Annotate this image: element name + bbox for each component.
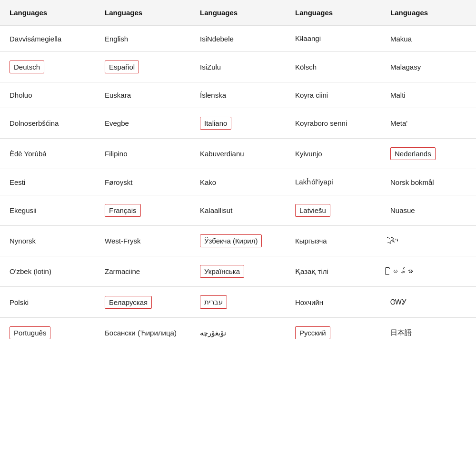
cell-1-0[interactable]: Deutsch <box>0 52 95 82</box>
language-name: Eesti <box>10 178 25 186</box>
header-col-3: Languages <box>286 0 381 25</box>
language-name: Íslenska <box>200 91 226 99</box>
cell-2-3: Koyra ciini <box>286 82 381 108</box>
language-name: ᏣᎳᎩ <box>390 298 407 306</box>
language-name: Koyraboro senni <box>295 119 347 127</box>
language-name: IsiNdebele <box>200 35 234 43</box>
table-row: DholuoEuskaraÍslenskaKoyra ciiniMalti <box>0 82 476 108</box>
language-name: ཤྲེསྣི <box>390 237 398 245</box>
cell-3-2[interactable]: Italiano <box>190 108 286 138</box>
cell-1-4: Malagasy <box>381 52 476 82</box>
language-name: نۆيغۆرچە <box>200 329 226 337</box>
language-name: Meta' <box>390 119 407 127</box>
cell-9-1[interactable]: Беларуская <box>95 287 190 317</box>
cell-2-0: Dholuo <box>0 82 95 108</box>
cell-4-4[interactable]: Nederlands <box>381 139 476 169</box>
cell-6-4: Nuasue <box>381 195 476 225</box>
cell-5-1: Føroyskt <box>95 169 190 195</box>
cell-3-3: Koyraboro senni <box>286 108 381 138</box>
cell-10-4: 日本語 <box>381 318 476 348</box>
cell-2-4: Malti <box>381 82 476 108</box>
table-body: DavvisámegiellaEnglishIsiNdebeleKɨlaangi… <box>0 26 476 348</box>
boxed-language[interactable]: Español <box>105 61 139 73</box>
cell-10-2: نۆيغۆرچە <box>190 318 286 348</box>
language-name: Қазақ тілі <box>295 267 328 276</box>
language-name: Davvisámegiella <box>10 35 61 43</box>
cell-0-4: Makua <box>381 26 476 51</box>
cell-1-2: IsiZulu <box>190 52 286 82</box>
language-name: Ekegusii <box>10 206 37 214</box>
cell-10-0[interactable]: Português <box>0 318 95 348</box>
cell-4-2: Kabuverdianu <box>190 139 286 169</box>
table-row: Èdè YorùbáFilipinoKabuverdianuKyivunjoNe… <box>0 139 476 169</box>
language-name: Malti <box>390 91 406 99</box>
language-name: Malagasy <box>390 63 421 71</box>
language-name: Kalaallisut <box>200 206 232 214</box>
language-name: Norsk bokmål <box>390 178 434 186</box>
language-name: Føroyskt <box>105 178 132 186</box>
boxed-language[interactable]: Italiano <box>200 117 231 130</box>
cell-5-0: Eesti <box>0 169 95 195</box>
cell-5-3: Lakȟól'iyapi <box>286 169 381 195</box>
boxed-language[interactable]: Українська <box>200 265 244 278</box>
cell-7-3: Кыргызча <box>286 226 381 256</box>
cell-5-4: Norsk bokmål <box>381 169 476 195</box>
cell-0-3: Kɨlaangi <box>286 26 381 51</box>
cell-3-4: Meta' <box>381 108 476 138</box>
cell-5-2: Kako <box>190 169 286 195</box>
boxed-language[interactable]: Ўзбекча (Кирил) <box>200 234 262 247</box>
table-row: EkegusiiFrançaisKalaallisutLatviešuNuasu… <box>0 195 476 226</box>
language-name: Kako <box>200 178 216 186</box>
language-name: Koyra ciini <box>295 91 328 99</box>
language-name: Dholuo <box>10 91 32 99</box>
cell-2-1: Euskara <box>95 82 190 108</box>
cell-6-1[interactable]: Français <box>95 195 190 225</box>
language-name: 日本語 <box>390 328 412 337</box>
languages-table: LanguagesLanguagesLanguagesLanguagesLang… <box>0 0 476 348</box>
cell-0-1: English <box>95 26 190 51</box>
cell-0-2: IsiNdebele <box>190 26 286 51</box>
language-name: Èdè Yorùbá <box>10 150 47 158</box>
boxed-language[interactable]: Latviešu <box>295 204 330 217</box>
language-name: Evegbe <box>105 119 129 127</box>
language-name: Dolnoserbšćina <box>10 119 59 127</box>
boxed-language[interactable]: Deutsch <box>10 61 44 73</box>
cell-9-2[interactable]: עברית <box>190 287 286 317</box>
language-name: Нохчийн <box>295 298 323 306</box>
table-row: PolskiБеларускаяעבריתНохчийнᏣᎳᎩ <box>0 287 476 318</box>
boxed-language[interactable]: Français <box>105 204 141 217</box>
boxed-language[interactable]: Nederlands <box>390 147 436 160</box>
cell-8-4: မြန်မာ <box>381 256 476 286</box>
cell-8-1: Zarmaciine <box>95 256 190 286</box>
language-name: Filipino <box>105 150 128 158</box>
cell-10-3[interactable]: Русский <box>286 318 381 348</box>
header-col-2: Languages <box>190 0 286 25</box>
cell-4-1: Filipino <box>95 139 190 169</box>
cell-6-3[interactable]: Latviešu <box>286 195 381 225</box>
language-name: Zarmaciine <box>105 267 140 275</box>
language-name: Kyivunjo <box>295 150 322 158</box>
header-col-0: Languages <box>0 0 95 25</box>
cell-9-4: ᏣᎳᎩ <box>381 287 476 317</box>
boxed-language[interactable]: Беларуская <box>105 296 152 309</box>
boxed-language[interactable]: Русский <box>295 326 330 339</box>
language-name: West-Frysk <box>105 237 141 245</box>
language-name: Polski <box>10 298 29 306</box>
boxed-language[interactable]: Português <box>10 326 50 339</box>
cell-7-4: ཤྲེསྣི <box>381 226 476 256</box>
language-name: မြန်မာ <box>390 267 413 275</box>
cell-7-1: West-Frysk <box>95 226 190 256</box>
table-row: NynorskWest-FryskЎзбекча (Кирил)Кыргызча… <box>0 226 476 256</box>
table-row: PortuguêsБосански (Ћирилица)نۆيغۆرچەРусс… <box>0 318 476 348</box>
table-row: EestiFøroysktKakoLakȟól'iyapiNorsk bokmå… <box>0 169 476 195</box>
cell-1-1[interactable]: Español <box>95 52 190 82</box>
language-name: Босански (Ћирилица) <box>105 329 177 337</box>
cell-7-0: Nynorsk <box>0 226 95 256</box>
cell-8-2[interactable]: Українська <box>190 256 286 286</box>
language-name: Makua <box>390 35 412 43</box>
language-name: Кыргызча <box>295 237 327 245</box>
header-col-1: Languages <box>95 0 190 25</box>
cell-7-2[interactable]: Ўзбекча (Кирил) <box>190 226 286 256</box>
boxed-language[interactable]: עברית <box>200 295 227 309</box>
language-name: Nuasue <box>390 206 415 214</box>
